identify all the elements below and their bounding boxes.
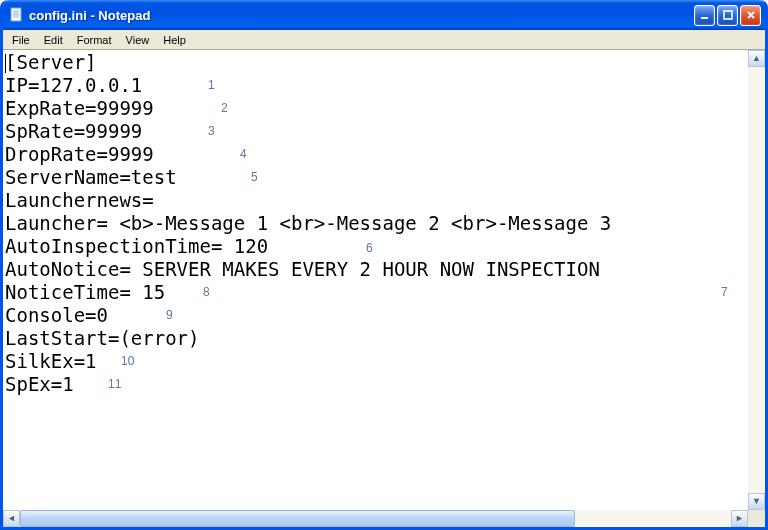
annotation-label: 4: [240, 147, 247, 161]
annotation-label: 10: [121, 354, 134, 368]
horizontal-scroll-thumb[interactable]: [20, 510, 575, 527]
annotation-label: 1: [208, 78, 215, 92]
scroll-down-button[interactable]: ▼: [748, 493, 765, 510]
annotation-label: 7: [721, 285, 728, 299]
minimize-button[interactable]: [694, 5, 715, 26]
titlebar[interactable]: config.ini - Notepad: [3, 0, 765, 30]
horizontal-scroll-track[interactable]: [20, 510, 731, 527]
menu-help[interactable]: Help: [156, 32, 193, 48]
close-button[interactable]: [740, 5, 761, 26]
editor-wrap: [Server] IP=127.0.0.1 ExpRate=99999 SpRa…: [3, 50, 765, 510]
window-title: config.ini - Notepad: [29, 8, 694, 23]
chevron-left-icon: ◄: [7, 514, 16, 523]
annotation-label: 8: [203, 285, 210, 299]
notepad-icon: [9, 7, 25, 23]
maximize-button[interactable]: [717, 5, 738, 26]
vertical-scrollbar[interactable]: ▲ ▼: [748, 50, 765, 510]
annotation-label: 6: [366, 241, 373, 255]
chevron-down-icon: ▼: [752, 497, 761, 506]
text-editor[interactable]: [Server] IP=127.0.0.1 ExpRate=99999 SpRa…: [3, 50, 748, 510]
window-controls: [694, 5, 761, 26]
menu-edit[interactable]: Edit: [37, 32, 70, 48]
menu-format[interactable]: Format: [70, 32, 119, 48]
client-area: [Server] IP=127.0.0.1 ExpRate=99999 SpRa…: [3, 50, 765, 527]
scroll-corner: [748, 510, 765, 527]
menubar: File Edit Format View Help: [3, 30, 765, 50]
annotation-label: 2: [221, 101, 228, 115]
chevron-up-icon: ▲: [752, 54, 761, 63]
svg-rect-6: [724, 11, 732, 19]
scroll-left-button[interactable]: ◄: [3, 510, 20, 527]
annotation-label: 5: [251, 170, 258, 184]
svg-rect-5: [701, 17, 708, 19]
chevron-right-icon: ►: [735, 514, 744, 523]
scroll-up-button[interactable]: ▲: [748, 50, 765, 67]
scroll-right-button[interactable]: ►: [731, 510, 748, 527]
annotation-label: 9: [166, 308, 173, 322]
menu-view[interactable]: View: [119, 32, 157, 48]
horizontal-scrollbar[interactable]: ◄ ►: [3, 510, 765, 527]
notepad-window: config.ini - Notepad File Edit Format Vi…: [0, 0, 768, 530]
vertical-scroll-track[interactable]: [748, 67, 765, 493]
menu-file[interactable]: File: [5, 32, 37, 48]
annotation-label: 11: [108, 377, 121, 391]
annotation-label: 3: [208, 124, 215, 138]
